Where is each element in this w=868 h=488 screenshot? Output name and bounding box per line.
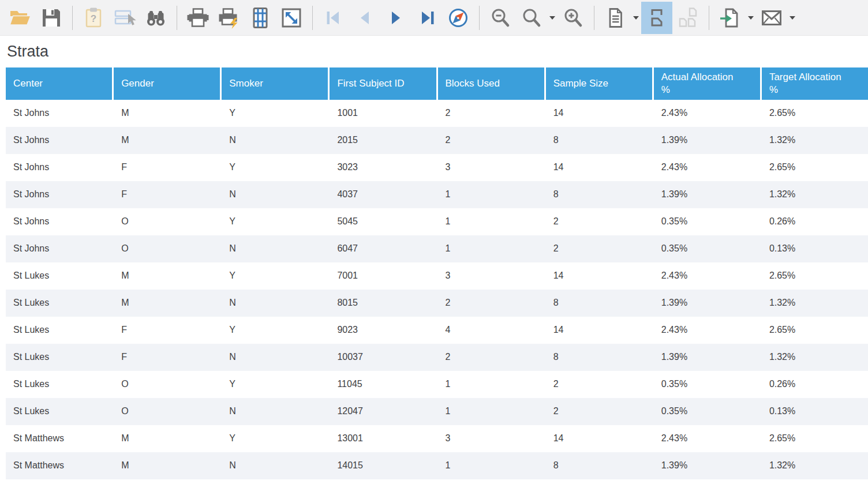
table-cell: 1.39%	[654, 127, 760, 154]
table-cell: 0.35%	[654, 398, 760, 425]
table-cell: 2015	[330, 127, 436, 154]
column-header: Gender	[114, 67, 220, 100]
table-cell: Y	[222, 262, 328, 290]
table-cell: St Matthews	[6, 452, 112, 479]
scale-button[interactable]	[276, 2, 307, 34]
next-page-button[interactable]	[380, 2, 411, 34]
table-cell: 0.35%	[654, 208, 760, 235]
table-header-row: CenterGenderSmokerFirst Subject IDBlocks…	[6, 67, 868, 100]
table-cell: Y	[222, 425, 328, 452]
table-cell: 8	[546, 344, 652, 371]
table-cell: 8	[546, 181, 652, 208]
table-cell: 2	[438, 127, 544, 154]
table-row: St LukesMY70013142.43%2.65%	[6, 262, 868, 290]
table-cell: 14	[546, 317, 652, 344]
table-cell: 14	[546, 425, 652, 452]
open-button[interactable]	[5, 2, 36, 34]
zoom-button[interactable]	[516, 2, 547, 34]
table-row: St JohnsMY10012142.43%2.65%	[6, 100, 868, 127]
table-cell: 1.32%	[762, 452, 868, 479]
chevron-down-icon	[549, 16, 555, 20]
table-cell: 1.32%	[762, 181, 868, 208]
navigate-button[interactable]	[443, 2, 474, 34]
table-cell: O	[114, 235, 220, 262]
table-cell: M	[114, 452, 220, 479]
table-cell: F	[114, 154, 220, 181]
table-body: St JohnsMY10012142.43%2.65%St JohnsMN201…	[6, 100, 868, 479]
table-cell: 7001	[330, 262, 436, 290]
table-row: St LukesON12047120.35%0.13%	[6, 398, 868, 425]
table-cell: N	[222, 344, 328, 371]
page-setup-button[interactable]	[245, 2, 276, 34]
table-cell: 2	[546, 371, 652, 398]
zoom-in-button[interactable]	[558, 2, 589, 34]
quick-print-button[interactable]	[214, 2, 245, 34]
print-button[interactable]	[182, 2, 214, 34]
table-cell: 2	[546, 398, 652, 425]
table-row: St JohnsOY5045120.35%0.26%	[6, 208, 868, 235]
table-cell: F	[114, 317, 220, 344]
zoom-out-button[interactable]	[485, 2, 516, 34]
previous-page-icon	[353, 6, 376, 29]
save-button[interactable]	[36, 2, 67, 34]
zoom-dropdown[interactable]	[547, 2, 558, 34]
table-cell: 0.13%	[762, 398, 868, 425]
table-cell: St Lukes	[6, 262, 112, 290]
continuous-view-button[interactable]	[641, 2, 672, 34]
table-cell: St Lukes	[6, 398, 112, 425]
table-cell: 0.26%	[762, 371, 868, 398]
table-cell: 0.35%	[654, 235, 760, 262]
document-view-icon	[604, 6, 627, 29]
table-cell: St Johns	[6, 127, 112, 154]
last-page-button[interactable]	[411, 2, 443, 34]
table-cell: 9023	[330, 317, 436, 344]
table-cell: 8015	[330, 290, 436, 317]
table-cell: 2.65%	[762, 100, 868, 127]
continuous-view-icon	[645, 6, 668, 29]
export-button[interactable]	[714, 2, 746, 34]
table-cell: 2.65%	[762, 154, 868, 181]
table-cell: F	[114, 344, 220, 371]
table-cell: 2	[546, 208, 652, 235]
table-cell: 1.39%	[654, 181, 760, 208]
table-cell: Y	[222, 317, 328, 344]
table-row: St LukesFN10037281.39%1.32%	[6, 344, 868, 371]
table-cell: 8	[546, 290, 652, 317]
table-cell: 2	[546, 235, 652, 262]
column-header: Center	[6, 67, 112, 100]
toolbar-separator	[312, 6, 313, 30]
table-cell: 4	[438, 317, 544, 344]
page-view-dropdown[interactable]	[631, 2, 641, 34]
email-button[interactable]	[756, 2, 787, 34]
chevron-down-icon	[748, 16, 754, 20]
table-cell: 2.43%	[654, 100, 760, 127]
table-cell: O	[114, 398, 220, 425]
email-dropdown[interactable]	[787, 2, 798, 34]
table-cell: 0.26%	[762, 208, 868, 235]
table-cell: Y	[222, 100, 328, 127]
table-cell: 10037	[330, 344, 436, 371]
find-button[interactable]	[140, 2, 171, 34]
column-header: Actual Allocation %	[654, 67, 760, 100]
column-header: Smoker	[222, 67, 328, 100]
table-cell: 8	[546, 452, 652, 479]
table-cell: 1	[438, 398, 544, 425]
table-cell: 1	[438, 452, 544, 479]
table-cell: M	[114, 290, 220, 317]
compass-icon	[447, 6, 470, 29]
strata-table: CenterGenderSmokerFirst Subject IDBlocks…	[6, 67, 868, 479]
export-dropdown[interactable]	[746, 2, 756, 34]
table-row: St JohnsFY30233142.43%2.65%	[6, 154, 868, 181]
table-cell: 2.43%	[654, 425, 760, 452]
page-view-button[interactable]	[600, 2, 631, 34]
table-cell: 2.65%	[762, 317, 868, 344]
table-cell: N	[222, 181, 328, 208]
binoculars-icon	[144, 6, 167, 29]
table-cell: O	[114, 371, 220, 398]
zoom-out-icon	[489, 6, 512, 29]
table-cell: 14015	[330, 452, 436, 479]
table-cell: 0.35%	[654, 371, 760, 398]
table-cell: M	[114, 262, 220, 290]
table-cell: 3023	[330, 154, 436, 181]
previous-page-button	[349, 2, 380, 34]
